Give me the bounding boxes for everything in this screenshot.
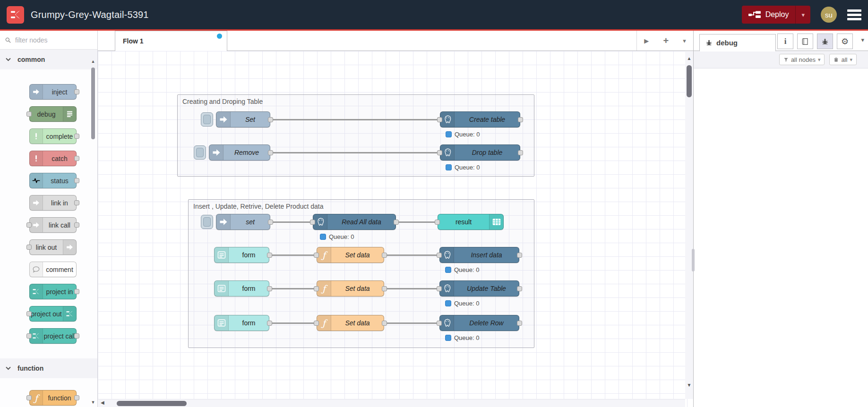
palette-node-link-in[interactable]: link in <box>29 195 77 211</box>
port-in[interactable] <box>437 321 442 326</box>
port-out[interactable] <box>517 253 522 258</box>
scroll-up-icon[interactable]: ▲ <box>685 56 693 61</box>
debug-messages-button[interactable] <box>817 34 833 49</box>
palette-node-inject[interactable]: inject <box>29 84 77 100</box>
port-out[interactable] <box>394 220 399 225</box>
scroll-down-icon[interactable]: ▼ <box>90 400 96 405</box>
wire[interactable] <box>397 221 438 223</box>
palette-node-complete[interactable]: complete <box>29 128 77 144</box>
port-in[interactable] <box>437 286 442 291</box>
port-in[interactable] <box>310 220 315 225</box>
port-out[interactable] <box>518 150 523 155</box>
palette-node-catch[interactable]: catch <box>29 151 77 166</box>
port-in[interactable] <box>26 311 32 316</box>
node-function-set-data-3[interactable]: ƒ Set data <box>317 315 384 331</box>
scrollbar-thumb[interactable] <box>687 65 692 97</box>
wire[interactable] <box>385 322 439 324</box>
port-in[interactable] <box>314 321 319 326</box>
port-out[interactable] <box>74 222 79 228</box>
port-out[interactable] <box>518 117 523 122</box>
port-out[interactable] <box>74 178 79 183</box>
port-in[interactable] <box>26 111 32 117</box>
palette-node-project-in[interactable]: project in <box>29 284 77 299</box>
inject-button[interactable] <box>201 215 213 229</box>
palette-node-project-out[interactable]: project out <box>29 306 77 322</box>
canvas-horizontal-scrollbar[interactable]: ◀ <box>98 399 685 407</box>
port-out[interactable] <box>267 321 272 326</box>
port-out[interactable] <box>268 117 273 122</box>
node-form-insert[interactable]: form <box>214 247 269 263</box>
filter-nodes-input[interactable] <box>15 36 81 44</box>
node-postgres-read-all-data[interactable]: Read All data <box>313 214 396 230</box>
palette-node-link-call[interactable]: link call <box>29 217 77 233</box>
palette-search[interactable] <box>0 31 97 50</box>
config-nodes-button[interactable]: ⚙ <box>837 34 853 49</box>
scroll-up-icon[interactable]: ▲ <box>90 59 96 64</box>
port-in[interactable] <box>26 245 32 250</box>
node-inject-set-lower[interactable]: set <box>216 214 270 230</box>
menu-button[interactable] <box>847 8 861 22</box>
port-out[interactable] <box>74 395 79 400</box>
port-out[interactable] <box>517 286 522 291</box>
node-function-set-data-2[interactable]: ƒ Set data <box>317 280 384 297</box>
node-postgres-drop-table[interactable]: Drop table <box>440 144 520 161</box>
wire[interactable] <box>385 254 439 256</box>
port-out[interactable] <box>74 289 79 294</box>
port-in[interactable] <box>314 253 319 258</box>
port-in[interactable] <box>26 333 32 339</box>
palette-node-status[interactable]: status <box>29 173 77 188</box>
node-form-delete[interactable]: form <box>214 315 269 331</box>
node-postgres-create-table[interactable]: Create table <box>440 111 520 127</box>
node-postgres-insert-data[interactable]: Insert data <box>439 247 519 263</box>
palette-category-function[interactable]: function <box>0 358 97 378</box>
tab-flow-1[interactable]: Flow 1 <box>115 31 227 51</box>
group-creating-dropping-table[interactable]: Creating and Droping Table <box>177 94 534 177</box>
port-out[interactable] <box>517 321 522 326</box>
node-inject-set[interactable]: Set <box>216 111 270 127</box>
port-in[interactable] <box>437 117 442 122</box>
filter-nodes-dropdown[interactable]: all nodes ▾ <box>779 54 825 65</box>
user-avatar[interactable]: su <box>821 7 837 23</box>
debug-message-list[interactable] <box>694 68 868 407</box>
wire[interactable] <box>272 119 440 120</box>
port-in[interactable] <box>437 253 442 258</box>
tab-debug[interactable]: debug <box>699 34 776 51</box>
flow-canvas[interactable]: Creating and Droping Table Insert , Upda… <box>98 51 693 407</box>
port-in[interactable] <box>26 395 32 400</box>
wire[interactable] <box>272 221 313 223</box>
node-table-result[interactable]: result <box>438 214 504 230</box>
palette-node-comment[interactable]: comment <box>29 262 77 277</box>
clear-messages-dropdown[interactable]: all ▾ <box>829 54 857 65</box>
wire[interactable] <box>271 254 317 256</box>
port-in[interactable] <box>26 222 32 228</box>
scroll-left-icon[interactable]: ◀ <box>101 400 104 405</box>
port-in[interactable] <box>435 220 440 225</box>
port-in[interactable] <box>314 286 319 291</box>
node-inject-remove[interactable]: Remove <box>209 144 270 161</box>
info-button[interactable]: i <box>777 34 793 49</box>
port-in[interactable] <box>437 150 442 155</box>
sidebar-options-button[interactable]: ▾ <box>861 36 864 43</box>
palette-node-project-call[interactable]: project call <box>29 328 77 344</box>
port-out[interactable] <box>382 253 387 258</box>
scrollbar-thumb[interactable] <box>117 401 187 406</box>
port-out[interactable] <box>382 321 387 326</box>
inject-button[interactable] <box>194 145 206 160</box>
palette-node-debug[interactable]: debug <box>29 106 77 122</box>
palette-scrollbar[interactable]: ▲ ▼ <box>90 52 96 406</box>
sidebar-resize-grip[interactable] <box>692 249 695 271</box>
wire[interactable] <box>385 288 439 289</box>
scrollbar-thumb[interactable] <box>91 68 95 139</box>
wire[interactable] <box>272 152 440 153</box>
palette-node-function[interactable]: ƒ function <box>29 390 77 406</box>
port-out[interactable] <box>74 134 79 139</box>
node-postgres-update-table[interactable]: Update Table <box>439 280 519 297</box>
tab-scroll-right-button[interactable]: ▶ <box>644 37 649 44</box>
add-flow-button[interactable]: + <box>663 35 669 46</box>
deploy-options-button[interactable]: ▾ <box>795 6 810 24</box>
port-out[interactable] <box>74 200 79 205</box>
wire[interactable] <box>271 288 317 289</box>
port-out[interactable] <box>267 253 272 258</box>
port-out[interactable] <box>382 286 387 291</box>
node-form-update[interactable]: form <box>214 280 269 297</box>
